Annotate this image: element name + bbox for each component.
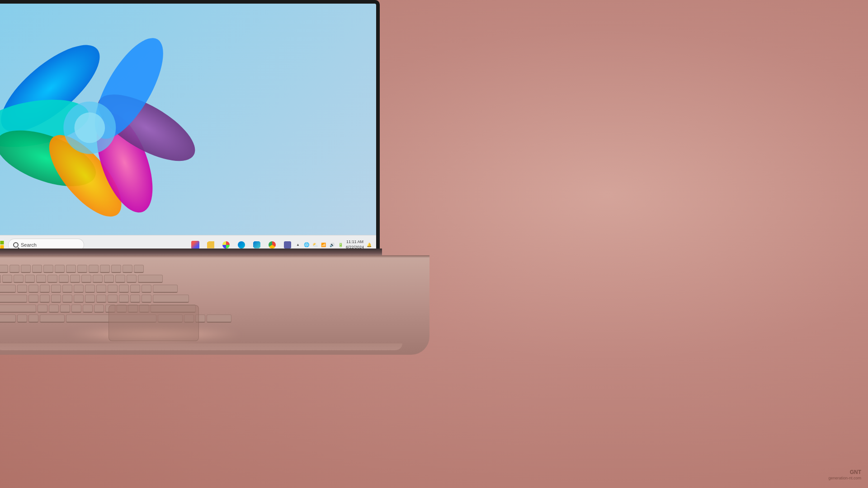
- key-l[interactable]: [119, 295, 129, 303]
- svg-rect-12: [0, 245, 4, 249]
- key-f10[interactable]: [111, 265, 121, 273]
- key-f5[interactable]: [55, 265, 65, 273]
- key-rbracket[interactable]: [142, 285, 151, 293]
- key-f11[interactable]: [123, 265, 132, 273]
- keyboard-body: [0, 255, 429, 355]
- key-fn[interactable]: [17, 314, 27, 323]
- wallpaper: [0, 4, 376, 235]
- key-f4[interactable]: [43, 265, 53, 273]
- wifi-icon[interactable]: 📶: [320, 241, 327, 249]
- key-f12[interactable]: [134, 265, 144, 273]
- key-lbracket[interactable]: [130, 285, 140, 293]
- key-b[interactable]: [83, 305, 93, 313]
- key-t[interactable]: [62, 285, 72, 293]
- key-6[interactable]: [59, 275, 69, 283]
- key-f3[interactable]: [32, 265, 42, 273]
- key-k[interactable]: [108, 295, 118, 303]
- paint-app-icon: [191, 241, 199, 249]
- store-app-icon: [253, 241, 260, 249]
- chrome-app-icon: [269, 241, 276, 249]
- key-j[interactable]: [96, 295, 106, 303]
- key-f9[interactable]: [100, 265, 110, 273]
- key-c[interactable]: [60, 305, 70, 313]
- key-9[interactable]: [93, 275, 103, 283]
- key-r[interactable]: [51, 285, 61, 293]
- key-s[interactable]: [40, 295, 50, 303]
- key-w[interactable]: [28, 285, 38, 293]
- files-app-icon: [207, 241, 214, 249]
- key-z[interactable]: [38, 305, 47, 313]
- screen: Search: [0, 4, 376, 254]
- key-0[interactable]: [104, 275, 114, 283]
- key-n[interactable]: [94, 305, 104, 313]
- key-enter[interactable]: [153, 295, 189, 303]
- chevron-icon[interactable]: ▲: [294, 241, 302, 249]
- key-esc[interactable]: [0, 265, 8, 273]
- key-tab[interactable]: [0, 285, 16, 293]
- trackpad[interactable]: [108, 305, 199, 341]
- key-f7[interactable]: [77, 265, 87, 273]
- svg-point-8: [75, 113, 105, 143]
- key-row-1: [0, 264, 307, 273]
- clock-time: 11:11 AM: [346, 239, 363, 245]
- key-1[interactable]: [2, 275, 12, 283]
- notifications-icon[interactable]: 🔔: [365, 241, 373, 249]
- key-y[interactable]: [74, 285, 84, 293]
- key-row-3: [0, 284, 307, 293]
- battery-icon[interactable]: 🔋: [337, 241, 344, 249]
- photos-app-icon: [222, 241, 230, 249]
- watermark: GNT generation-nt.com: [828, 469, 861, 481]
- key-o[interactable]: [108, 285, 118, 293]
- key-f8[interactable]: [89, 265, 99, 273]
- screen-bezel: Search: [0, 0, 380, 258]
- volume-icon[interactable]: 🔊: [329, 241, 336, 249]
- key-row-4: [0, 294, 307, 303]
- search-icon: [13, 242, 19, 248]
- key-f1[interactable]: [9, 265, 19, 273]
- key-e[interactable]: [40, 285, 50, 293]
- key-f6[interactable]: [66, 265, 76, 273]
- key-lshift[interactable]: [0, 305, 36, 313]
- key-3[interactable]: [25, 275, 35, 283]
- key-semicolon[interactable]: [130, 295, 140, 303]
- key-2[interactable]: [14, 275, 24, 283]
- key-a[interactable]: [28, 295, 38, 303]
- edge-app-icon: [238, 241, 245, 249]
- key-tilde[interactable]: [0, 275, 1, 283]
- key-i[interactable]: [96, 285, 106, 293]
- key-lctrl[interactable]: [0, 314, 16, 323]
- weather-icon[interactable]: ⛅: [311, 241, 319, 249]
- svg-rect-10: [0, 241, 4, 244]
- key-7[interactable]: [70, 275, 80, 283]
- laptop-bottom-edge: [0, 343, 402, 350]
- key-lwin[interactable]: [28, 314, 38, 323]
- key-v[interactable]: [71, 305, 81, 313]
- key-5[interactable]: [47, 275, 57, 283]
- key-equals[interactable]: [127, 275, 137, 283]
- key-8[interactable]: [81, 275, 91, 283]
- key-d[interactable]: [51, 295, 61, 303]
- key-quote[interactable]: [142, 295, 151, 303]
- key-x[interactable]: [49, 305, 59, 313]
- key-4[interactable]: [36, 275, 46, 283]
- laptop: Search: [0, 0, 443, 488]
- watermark-line2: generation-nt.com: [828, 476, 861, 481]
- key-f[interactable]: [62, 295, 72, 303]
- key-backspace[interactable]: [138, 275, 163, 283]
- key-lalt[interactable]: [40, 314, 65, 323]
- key-u[interactable]: [85, 285, 95, 293]
- bloom-wallpaper: [0, 4, 225, 235]
- keyboard-top-edge: [0, 255, 429, 258]
- key-caps[interactable]: [0, 295, 27, 303]
- key-q[interactable]: [17, 285, 27, 293]
- key-g[interactable]: [74, 295, 84, 303]
- network-icon[interactable]: 🌐: [303, 241, 310, 249]
- key-backslash[interactable]: [153, 285, 178, 293]
- key-row-2: [0, 274, 307, 283]
- key-h[interactable]: [85, 295, 95, 303]
- key-p[interactable]: [119, 285, 129, 293]
- watermark-line1: GNT: [828, 469, 861, 476]
- key-rctrl[interactable]: [207, 314, 231, 323]
- key-minus[interactable]: [115, 275, 125, 283]
- key-f2[interactable]: [21, 265, 31, 273]
